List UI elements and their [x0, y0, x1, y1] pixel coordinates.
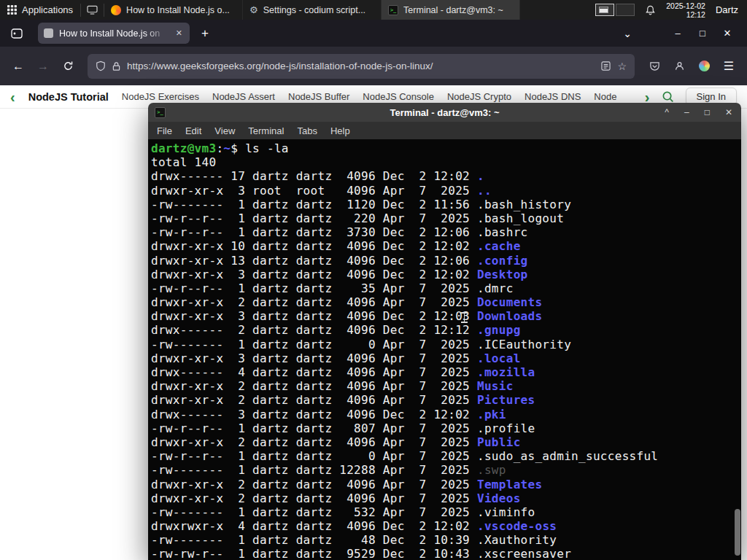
terminal-line: drwxr-xr-x 3 dartz dartz 4096 Dec 2 12:0…: [151, 309, 741, 323]
applications-grid-icon: [7, 5, 17, 15]
url-bar[interactable]: https://www.geeksforgeeks.org/node-js/in…: [88, 54, 635, 79]
terminal-line: -rw-r--r-- 1 dartz dartz 220 Apr 7 2025 …: [151, 211, 741, 225]
account-button[interactable]: [668, 55, 690, 77]
terminal-line: -rw-r--r-- 1 dartz dartz 0 Apr 7 2025 .s…: [151, 449, 741, 463]
lock-icon: [112, 61, 120, 71]
terminal-line: drwxr-xr-x 2 dartz dartz 4096 Apr 7 2025…: [151, 379, 741, 393]
terminal-line: drwxr-xr-x 2 dartz dartz 4096 Apr 7 2025…: [151, 491, 741, 505]
pocket-icon: [649, 61, 660, 71]
clock-date: 2025-12-02: [666, 1, 705, 10]
forward-button[interactable]: →: [32, 55, 54, 77]
mini-window: [599, 7, 608, 13]
workspace-pager[interactable]: [595, 4, 635, 16]
nav-item[interactable]: NodeJS Assert: [212, 91, 275, 102]
shield-icon: [96, 61, 106, 71]
terminal-scrollbar[interactable]: [733, 139, 741, 560]
terminal-close-button[interactable]: ✕: [725, 107, 732, 117]
terminal-line: -rw------- 1 dartz dartz 1120 Dec 2 11:5…: [151, 198, 741, 211]
nav-item[interactable]: NodeJS Exercises: [122, 91, 199, 102]
pocket-button[interactable]: [643, 55, 665, 77]
window-button-settings[interactable]: ⚙ Settings - codium script...: [243, 0, 382, 20]
nav-item[interactable]: NodeJS DNS: [525, 91, 581, 102]
bell-icon[interactable]: [645, 4, 656, 16]
terminal-titlebar[interactable]: >_ Terminal - dartz@vm3: ~ ^ – □ ✕: [148, 103, 741, 122]
menu-help[interactable]: Help: [324, 125, 357, 136]
clock-time: 12:12: [666, 10, 705, 19]
reload-button[interactable]: [57, 55, 79, 77]
nav-item[interactable]: NodeJS Crypto: [447, 91, 511, 102]
reload-icon: [63, 61, 74, 71]
menu-button[interactable]: ☰: [718, 55, 740, 77]
applications-menu-button[interactable]: Applications: [0, 0, 80, 20]
nav-item[interactable]: Node: [594, 91, 616, 102]
terminal-output: dartz@vm3:~$ ls -latotal 140drwx------ 1…: [148, 139, 741, 560]
firefox-view-button[interactable]: [7, 24, 26, 43]
account-icon: [674, 61, 685, 71]
terminal-line: drwxr-xr-x 2 dartz dartz 4096 Apr 7 2025…: [151, 435, 741, 449]
browser-tab-active[interactable]: How to Install Node.js on ✕: [38, 23, 190, 44]
browser-close-button[interactable]: ✕: [715, 28, 740, 39]
search-icon[interactable]: [662, 90, 674, 103]
terminal-line: -rw------- 1 dartz dartz 12288 Apr 7 202…: [151, 463, 741, 477]
scrollbar-thumb[interactable]: [735, 509, 740, 556]
browser-navbar: ← → https://www.geeksforgeeks.org/node-j…: [0, 47, 747, 85]
menu-view[interactable]: View: [208, 125, 241, 136]
bookmark-star-icon[interactable]: ☆: [617, 61, 627, 72]
menu-tabs[interactable]: Tabs: [290, 125, 323, 136]
terminal-icon: >_: [388, 5, 398, 15]
window-button-list: How to Install Node.js o... ⚙ Settings -…: [104, 0, 520, 20]
tab-close-icon[interactable]: ✕: [174, 27, 184, 39]
extension-button[interactable]: [693, 55, 715, 77]
browser-maximize-button[interactable]: □: [690, 28, 715, 39]
reader-mode-icon[interactable]: [601, 61, 611, 71]
top-panel: Applications How to Install Node.js o...…: [0, 0, 747, 20]
nav-item-primary[interactable]: NodeJS Tutorial: [28, 91, 109, 103]
new-tab-button[interactable]: +: [197, 26, 213, 41]
terminal-window: >_ Terminal - dartz@vm3: ~ ^ – □ ✕ File …: [148, 103, 741, 560]
terminal-line: drwxr-xr-x 2 dartz dartz 4096 Apr 7 2025…: [151, 295, 741, 309]
workspace-1[interactable]: [595, 4, 614, 16]
workspace-2[interactable]: [616, 4, 635, 16]
window-button-title: Terminal - dartz@vm3: ~: [403, 5, 503, 15]
terminal-line: dartz@vm3:~$ ls -la: [151, 141, 741, 155]
user-label[interactable]: Dartz: [716, 4, 741, 15]
terminal-line: drwx------ 2 dartz dartz 4096 Dec 2 12:1…: [151, 323, 741, 337]
url-text[interactable]: https://www.geeksforgeeks.org/node-js/in…: [127, 61, 595, 71]
panel-clock[interactable]: 2025-12-02 12:12: [666, 1, 705, 19]
menu-file[interactable]: File: [150, 125, 179, 136]
menu-terminal[interactable]: Terminal: [241, 125, 290, 136]
nav-item[interactable]: NodeJS Buffer: [288, 91, 349, 102]
terminal-line: total 140: [151, 155, 741, 169]
show-desktop-icon: [87, 5, 98, 15]
terminal-line: drwxr-xr-x 10 dartz dartz 4096 Dec 2 12:…: [151, 239, 741, 253]
terminal-window-controls: ^ – □ ✕: [665, 107, 741, 117]
nav-forward-chevron[interactable]: ›: [645, 90, 650, 104]
show-desktop-button[interactable]: [81, 0, 104, 20]
terminal-maximize-button[interactable]: □: [705, 107, 710, 117]
terminal-line: drwx------ 17 dartz dartz 4096 Dec 2 12:…: [151, 169, 741, 183]
terminal-line: drwxr-xr-x 2 dartz dartz 4096 Apr 7 2025…: [151, 478, 741, 491]
terminal-menubar: File Edit View Terminal Tabs Help: [148, 122, 741, 139]
terminal-line: -rw------- 1 dartz dartz 532 Apr 7 2025 …: [151, 505, 741, 519]
terminal-line: -rw------- 1 dartz dartz 48 Dec 2 10:39 …: [151, 533, 741, 547]
terminal-line: -rw-r--r-- 1 dartz dartz 3730 Dec 2 12:0…: [151, 225, 741, 239]
terminal-screen[interactable]: dartz@vm3:~$ ls -latotal 140drwx------ 1…: [148, 139, 741, 560]
tab-overflow-chevron-icon[interactable]: ⌄: [616, 28, 639, 39]
extension-icon: [699, 61, 710, 71]
settings-gear-icon: ⚙: [249, 5, 258, 15]
window-button-firefox[interactable]: How to Install Node.js o...: [104, 0, 243, 20]
window-button-terminal[interactable]: >_ Terminal - dartz@vm3: ~: [382, 0, 520, 20]
back-button[interactable]: ←: [7, 55, 29, 77]
nav-item[interactable]: NodeJS Console: [363, 91, 434, 102]
terminal-minimize-button[interactable]: –: [684, 107, 689, 117]
nav-back-chevron[interactable]: ‹: [10, 90, 15, 104]
menu-edit[interactable]: Edit: [179, 125, 208, 136]
terminal-line: drwx------ 4 dartz dartz 4096 Apr 7 2025…: [151, 365, 741, 379]
terminal-title: Terminal - dartz@vm3: ~: [148, 107, 741, 118]
terminal-shade-button[interactable]: ^: [665, 107, 669, 117]
terminal-line: drwxr-xr-x 13 dartz dartz 4096 Dec 2 12:…: [151, 254, 741, 268]
page-favicon: [44, 28, 53, 38]
terminal-line: drwx------ 3 dartz dartz 4096 Dec 2 12:0…: [151, 408, 741, 421]
browser-minimize-button[interactable]: –: [665, 28, 690, 39]
window-button-title: Settings - codium script...: [263, 5, 365, 15]
